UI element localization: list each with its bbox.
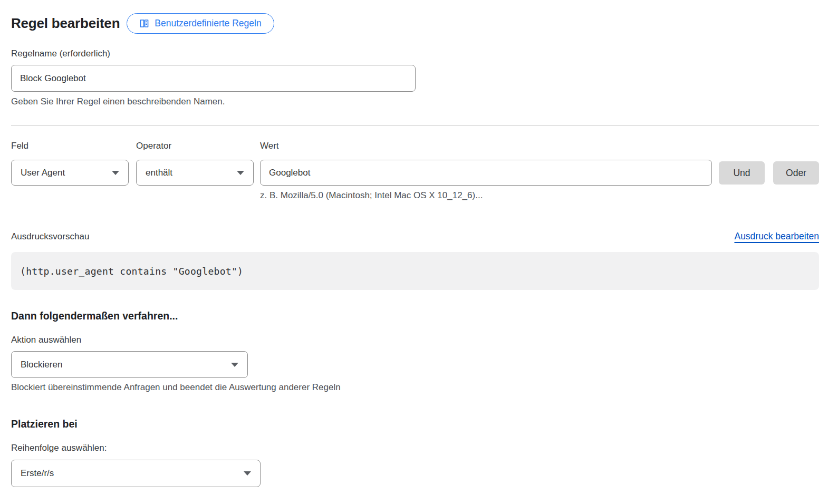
order-select[interactable]: Erste/r/s (11, 460, 261, 487)
rule-name-input[interactable] (11, 65, 416, 92)
operator-select[interactable]: enthält (136, 160, 254, 186)
action-select[interactable]: Blockieren (11, 351, 248, 378)
expression-preview-box: (http.user_agent contains "Googlebot") (11, 252, 819, 290)
page-title: Regel bearbeiten (11, 15, 120, 32)
action-select-label: Aktion auswählen (11, 335, 819, 345)
operator-column: Operator enthält (136, 141, 254, 201)
value-label: Wert (260, 141, 712, 151)
rule-editor-page: Regel bearbeiten Benutzerdefinierte Rege… (0, 0, 828, 487)
action-select-value: Blockieren (21, 360, 62, 370)
rule-name-label: Regelname (erforderlich) (11, 49, 819, 59)
placement-section-heading: Platzieren bei (11, 418, 819, 430)
value-column: Wert z. B. Mozilla/5.0 (Macintosh; Intel… (260, 141, 712, 201)
action-section-heading: Dann folgendermaßen verfahren... (11, 310, 819, 322)
chevron-down-icon (244, 471, 251, 476)
operator-select-value: enthält (146, 168, 172, 178)
and-column: Und (719, 141, 765, 201)
or-column: Oder (773, 141, 819, 201)
condition-row: Feld User Agent Operator enthält Wert z.… (11, 141, 819, 201)
edit-expression-link[interactable]: Ausdruck bearbeiten (734, 231, 819, 242)
chevron-down-icon (237, 171, 244, 175)
chevron-down-icon (112, 171, 119, 175)
expression-code: (http.user_agent contains "Googlebot") (20, 266, 243, 277)
action-help: Blockiert übereinstimmende Anfragen und … (11, 382, 819, 393)
value-input[interactable] (260, 160, 712, 186)
field-select-value: User Agent (21, 168, 65, 178)
field-column: Feld User Agent (11, 141, 129, 201)
open-book-icon (139, 18, 149, 28)
operator-label: Operator (136, 141, 254, 151)
order-select-label: Reihenfolge auswählen: (11, 443, 819, 453)
and-button[interactable]: Und (719, 161, 765, 185)
expression-preview-label: Ausdrucksvorschau (11, 231, 89, 242)
or-button[interactable]: Oder (773, 161, 819, 185)
value-help: z. B. Mozilla/5.0 (Macintosh; Intel Mac … (260, 190, 712, 201)
custom-rules-docs-button[interactable]: Benutzerdefinierte Regeln (127, 13, 274, 34)
custom-rules-docs-label: Benutzerdefinierte Regeln (155, 18, 261, 29)
chevron-down-icon (231, 363, 238, 367)
field-label: Feld (11, 141, 129, 151)
order-select-value: Erste/r/s (21, 468, 54, 479)
header: Regel bearbeiten Benutzerdefinierte Rege… (11, 13, 819, 34)
field-select[interactable]: User Agent (11, 160, 129, 186)
expression-header: Ausdrucksvorschau Ausdruck bearbeiten (11, 231, 819, 242)
section-divider (11, 125, 819, 126)
rule-name-help: Geben Sie Ihrer Regel einen beschreibend… (11, 96, 819, 107)
